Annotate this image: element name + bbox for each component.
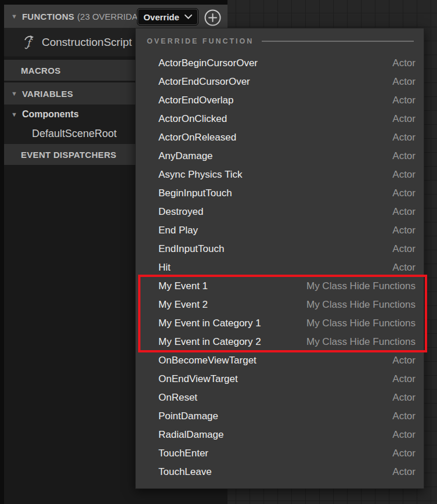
override-function-item[interactable]: OnEndViewTarget Actor <box>136 370 424 388</box>
functions-overridable-count: (23 OVERRIDABLE) <box>77 12 137 21</box>
override-function-menu-title: OVERRIDE FUNCTION <box>147 37 254 45</box>
override-function-item[interactable]: Async Physics Tick Actor <box>136 165 424 184</box>
function-owner-class: Actor <box>392 76 416 88</box>
override-function-item[interactable]: TouchLeave Actor <box>136 463 424 481</box>
override-function-item[interactable]: ActorEndOverlap Actor <box>136 91 424 110</box>
function-name: OnEndViewTarget <box>158 373 392 385</box>
macros-header-title: MACROS <box>21 66 60 75</box>
override-function-item[interactable]: My Event 1 My Class Hide Functions <box>136 277 424 296</box>
override-function-item[interactable]: My Event 2 My Class Hide Functions <box>136 296 424 314</box>
override-button-label: Override <box>143 12 179 22</box>
header-rule <box>262 41 414 42</box>
function-name: ActorBeginCursorOver <box>158 57 392 69</box>
panel-edge-top <box>0 0 227 5</box>
function-icon: f <box>23 35 37 50</box>
function-owner-class: Actor <box>392 113 416 125</box>
function-name: TouchLeave <box>158 466 392 478</box>
function-name: Hit <box>158 262 392 273</box>
function-name: ActorEndOverlap <box>158 95 392 106</box>
override-function-item[interactable]: TouchEnter Actor <box>136 444 424 463</box>
override-function-menu-header: OVERRIDE FUNCTION <box>136 28 424 54</box>
function-name: Destroyed <box>158 206 392 218</box>
override-function-item[interactable]: BeginInputTouch Actor <box>136 184 424 203</box>
override-function-item[interactable]: ActorOnClicked Actor <box>136 110 424 128</box>
override-function-item[interactable]: Hit Actor <box>136 258 424 277</box>
override-function-item[interactable]: ActorBeginCursorOver Actor <box>136 54 424 73</box>
override-function-item[interactable]: My Event in Category 2 My Class Hide Fun… <box>136 333 424 351</box>
chevron-down-icon: ▼ <box>11 91 17 97</box>
default-scene-root-label: DefaultSceneRoot <box>32 128 117 140</box>
override-function-item[interactable]: OnReset Actor <box>136 388 424 407</box>
function-name: My Event 2 <box>158 299 306 311</box>
function-name: BeginInputTouch <box>158 188 392 199</box>
function-owner-class: Actor <box>392 169 416 181</box>
override-function-item[interactable]: AnyDamage Actor <box>136 147 424 165</box>
function-owner-class: Actor <box>392 132 416 143</box>
function-owner-class: Actor <box>392 188 416 199</box>
function-owner-class: Actor <box>392 373 416 385</box>
function-owner-class: Actor <box>392 466 416 478</box>
function-owner-class: Actor <box>392 448 416 459</box>
function-owner-class: Actor <box>392 225 416 236</box>
chevron-down-icon: ▼ <box>11 13 17 20</box>
event-dispatchers-header-title: EVENT DISPATCHERS <box>21 150 117 160</box>
function-name: TouchEnter <box>158 448 392 459</box>
function-name: ActorEndCursorOver <box>158 76 392 88</box>
blueprint-editor-canvas: ▼ FUNCTIONS (23 OVERRIDABLE) f Construct… <box>0 0 437 504</box>
functions-header-title: FUNCTIONS <box>22 12 74 21</box>
panel-edge-left <box>0 0 4 504</box>
override-function-item[interactable]: EndInputTouch Actor <box>136 240 424 258</box>
function-name: OnReset <box>158 392 392 404</box>
function-name: My Event in Category 1 <box>158 318 306 329</box>
override-function-item[interactable]: My Event in Category 1 My Class Hide Fun… <box>136 314 424 333</box>
function-name: RadialDamage <box>158 429 392 441</box>
function-name: My Event 1 <box>158 280 306 292</box>
functions-header-text: ▼ FUNCTIONS (23 OVERRIDABLE) <box>4 12 137 21</box>
function-owner-class: My Class Hide Functions <box>306 280 416 292</box>
function-name: PointDamage <box>158 411 392 422</box>
override-function-item[interactable]: PointDamage Actor <box>136 407 424 426</box>
function-owner-class: Actor <box>392 150 416 162</box>
function-owner-class: Actor <box>392 206 416 218</box>
function-owner-class: My Class Hide Functions <box>306 318 416 329</box>
function-name: Async Physics Tick <box>158 169 392 181</box>
function-owner-class: Actor <box>392 243 416 255</box>
function-name: AnyDamage <box>158 150 392 162</box>
function-owner-class: Actor <box>392 262 416 273</box>
override-function-item[interactable]: ActorEndCursorOver Actor <box>136 73 424 91</box>
function-name: EndInputTouch <box>158 243 392 255</box>
override-function-item[interactable]: OnBecomeViewTarget Actor <box>136 351 424 370</box>
add-function-button[interactable] <box>204 9 222 27</box>
construction-script-label: ConstructionScript <box>42 36 132 49</box>
function-name: My Event in Category 2 <box>158 336 306 348</box>
chevron-down-icon: ▼ <box>11 111 17 118</box>
override-function-menu: OVERRIDE FUNCTION ActorBeginCursorOver A… <box>135 28 424 489</box>
variables-header-title: VARIABLES <box>22 89 73 99</box>
function-owner-class: Actor <box>392 95 416 106</box>
function-owner-class: Actor <box>392 429 416 441</box>
override-function-item[interactable]: Destroyed Actor <box>136 203 424 221</box>
function-owner-class: My Class Hide Functions <box>306 336 416 348</box>
function-owner-class: My Class Hide Functions <box>306 299 416 311</box>
function-owner-class: Actor <box>392 411 416 422</box>
function-name: ActorOnClicked <box>158 113 392 125</box>
function-owner-class: Actor <box>392 392 416 404</box>
plus-circle-icon <box>204 9 222 27</box>
override-function-item[interactable]: ActorOnReleased Actor <box>136 128 424 147</box>
function-owner-class: Actor <box>392 355 416 366</box>
override-function-list: ActorBeginCursorOver Actor ActorEndCurso… <box>136 54 424 481</box>
function-name: OnBecomeViewTarget <box>158 355 392 366</box>
function-name: ActorOnReleased <box>158 132 392 143</box>
function-owner-class: Actor <box>392 57 416 69</box>
override-dropdown-button[interactable]: Override <box>137 8 198 26</box>
override-function-item[interactable]: End Play Actor <box>136 221 424 240</box>
function-name: End Play <box>158 225 392 236</box>
chevron-down-icon <box>185 15 192 19</box>
override-function-item[interactable]: RadialDamage Actor <box>136 426 424 444</box>
components-category-label: Components <box>22 109 79 120</box>
